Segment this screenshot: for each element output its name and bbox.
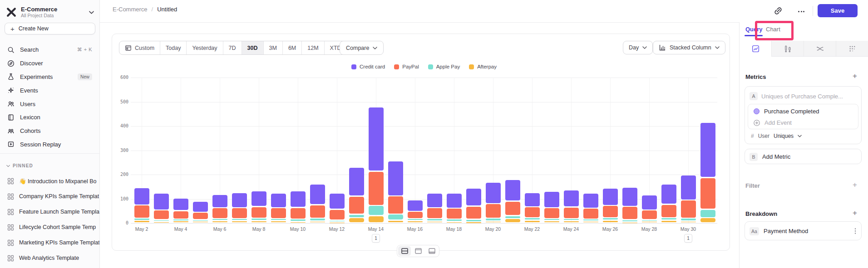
bar-segment-paypal[interactable] — [466, 207, 481, 219]
bar-segment-apple-pay[interactable] — [661, 218, 676, 219]
date-range-custom[interactable]: Custom — [119, 41, 160, 54]
tab-funnels[interactable] — [772, 41, 804, 57]
add-breakdown-plus-icon[interactable]: + — [853, 209, 857, 218]
bar-segment-afterpay[interactable] — [505, 219, 520, 222]
bar-segment-afterpay[interactable] — [661, 221, 676, 223]
bar-segment-paypal[interactable] — [525, 207, 540, 217]
bar-segment-credit-card[interactable] — [661, 185, 676, 204]
bar-segment-paypal[interactable] — [310, 205, 325, 218]
tab-query[interactable]: Query — [745, 26, 763, 33]
bar-segment-credit-card[interactable] — [291, 191, 306, 207]
bar-segment-credit-card[interactable] — [388, 161, 403, 195]
metric-card-b[interactable]: B Add Metric — [745, 149, 862, 164]
bar-segment-credit-card[interactable] — [408, 200, 423, 211]
date-range-today[interactable]: Today — [160, 41, 186, 54]
bar-segment-apple-pay[interactable] — [466, 220, 481, 221]
bar-segment-credit-card[interactable] — [427, 194, 442, 207]
bar-segment-apple-pay[interactable] — [388, 214, 403, 219]
bar-segment-paypal[interactable] — [544, 208, 559, 218]
bar-segment-credit-card[interactable] — [681, 175, 696, 200]
date-range-yesterday[interactable]: Yesterday — [186, 41, 222, 54]
bar-segment-credit-card[interactable] — [154, 194, 169, 210]
tab-chart[interactable]: Chart — [766, 26, 780, 33]
bar-segment-paypal[interactable] — [154, 210, 169, 219]
add-filter-plus-icon[interactable]: + — [853, 180, 857, 190]
sidebar-item-users[interactable]: Users — [0, 97, 99, 111]
date-range-12m[interactable]: 12M — [301, 41, 324, 54]
chart-type-dropdown[interactable]: Stacked Column — [653, 41, 725, 54]
sidebar-item-lexicon[interactable]: Lexicon — [0, 111, 99, 124]
bar-segment-paypal[interactable] — [622, 207, 637, 219]
pinned-item[interactable]: Lifecycle Cohort Sample Temp — [0, 219, 99, 235]
bar-segment-afterpay[interactable] — [700, 218, 715, 222]
bar-segment-credit-card[interactable] — [603, 189, 618, 205]
annotation-chip[interactable]: 1 — [684, 234, 692, 243]
bar-segment-paypal[interactable] — [427, 208, 442, 218]
metric-name-placeholder[interactable]: Uniques of Purchase Comple... — [761, 93, 843, 100]
bar-segment-apple-pay[interactable] — [369, 206, 384, 215]
bar-segment-paypal[interactable] — [291, 208, 306, 219]
bar-segment-apple-pay[interactable] — [583, 219, 598, 220]
bar-segment-paypal[interactable] — [583, 209, 598, 219]
bar-segment-paypal[interactable] — [252, 207, 266, 218]
bar-segment-paypal[interactable] — [369, 172, 384, 205]
bar-segment-credit-card[interactable] — [564, 190, 579, 206]
pinned-item[interactable]: Company KPIs Sample Templat — [0, 189, 99, 204]
bar-segment-credit-card[interactable] — [193, 202, 208, 212]
bar-segment-apple-pay[interactable] — [154, 220, 169, 221]
bar-segment-paypal[interactable] — [388, 196, 403, 214]
bar-segment-apple-pay[interactable] — [681, 219, 696, 220]
bar-segment-credit-card[interactable] — [642, 195, 657, 209]
bar-segment-apple-pay[interactable] — [349, 215, 364, 217]
bar-segment-paypal[interactable] — [642, 210, 657, 219]
bar-segment-apple-pay[interactable] — [291, 219, 306, 221]
save-button[interactable]: Save — [818, 4, 858, 17]
tab-flows[interactable] — [804, 41, 836, 57]
bar-segment-afterpay[interactable] — [369, 216, 384, 223]
bar-segment-credit-card[interactable] — [466, 189, 481, 205]
event-row[interactable]: Purchase Completed — [754, 108, 819, 115]
bar-segment-credit-card[interactable] — [173, 199, 188, 210]
bar-segment-credit-card[interactable] — [525, 193, 540, 206]
copy-link-button[interactable] — [773, 6, 784, 17]
compare-button[interactable]: Compare — [340, 41, 384, 55]
bar-segment-paypal[interactable] — [349, 197, 364, 214]
bar-segment-paypal[interactable] — [681, 200, 696, 218]
tab-insights[interactable] — [740, 41, 772, 57]
layout-split-button[interactable] — [398, 246, 411, 256]
bar-segment-credit-card[interactable] — [271, 194, 286, 207]
bar-segment-apple-pay[interactable] — [525, 218, 540, 219]
bar-segment-apple-pay[interactable] — [427, 219, 442, 220]
bar-segment-apple-pay[interactable] — [173, 219, 188, 220]
bar-segment-paypal[interactable] — [134, 205, 149, 217]
sidebar-item-experiments[interactable]: ExperimentsNew — [0, 70, 99, 84]
bar-segment-paypal[interactable] — [408, 212, 423, 218]
bar-segment-apple-pay[interactable] — [252, 219, 266, 220]
bar-segment-credit-card[interactable] — [232, 193, 247, 207]
bar-segment-paypal[interactable] — [193, 213, 208, 219]
breakdown-card[interactable]: Aa Payment Method — [745, 221, 862, 240]
bar-segment-apple-pay[interactable] — [212, 219, 227, 220]
bar-segment-apple-pay[interactable] — [134, 219, 149, 219]
bar-segment-paypal[interactable] — [271, 208, 286, 218]
add-event-row[interactable]: Add Event — [754, 119, 792, 126]
bar-segment-credit-card[interactable] — [544, 192, 559, 207]
bar-segment-credit-card[interactable] — [369, 107, 384, 171]
bar-segment-paypal[interactable] — [232, 208, 247, 218]
project-switcher[interactable]: E-Commerce All Project Data — [4, 4, 98, 21]
kebab-menu-icon[interactable] — [855, 228, 856, 234]
bar-segment-credit-card[interactable] — [447, 194, 462, 208]
bar-segment-credit-card[interactable] — [134, 188, 149, 204]
tab-retention[interactable] — [836, 41, 868, 57]
bar-segment-paypal[interactable] — [505, 202, 520, 215]
pinned-item[interactable]: Marketing KPIs Sample Templat — [0, 235, 99, 250]
bar-segment-credit-card[interactable] — [212, 195, 227, 207]
bar-segment-afterpay[interactable] — [134, 221, 149, 222]
bar-segment-credit-card[interactable] — [310, 185, 325, 204]
bar-segment-apple-pay[interactable] — [408, 219, 423, 220]
bar-segment-apple-pay[interactable] — [486, 219, 501, 220]
bar-segment-paypal[interactable] — [447, 209, 462, 219]
bar-segment-apple-pay[interactable] — [447, 219, 462, 221]
bar-segment-credit-card[interactable] — [505, 180, 520, 201]
sidebar-item-events[interactable]: Events — [0, 83, 99, 97]
